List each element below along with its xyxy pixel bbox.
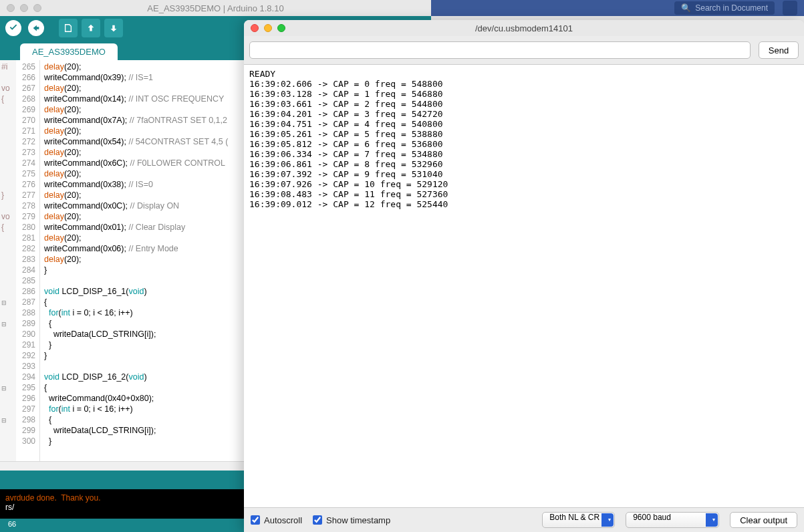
close-icon[interactable]: [251, 24, 259, 32]
timestamp-input[interactable]: [313, 515, 322, 525]
ide-title: AE_AS3935DEMO | Arduino 1.8.10: [147, 3, 283, 13]
zoom-icon[interactable]: [33, 4, 41, 12]
background-toolbar: 🔍 Search in Document: [431, 0, 804, 16]
file-tab[interactable]: AE_AS3935DEMO: [20, 43, 118, 60]
baud-select[interactable]: 9600 baud ▾: [626, 512, 719, 528]
chevron-down-icon: ▾: [608, 517, 611, 523]
new-button[interactable]: [59, 19, 78, 37]
close-icon[interactable]: [7, 4, 15, 12]
zoom-icon[interactable]: [277, 24, 285, 32]
autoscroll-input[interactable]: [251, 515, 260, 525]
serial-send-input[interactable]: [249, 41, 751, 59]
autoscroll-label: Autoscroll: [264, 515, 302, 525]
smiley-icon[interactable]: [783, 1, 797, 15]
fold-gutter: #ivo{}vo{⊟⊟⊟⊟: [0, 60, 16, 461]
clear-output-button[interactable]: Clear output: [730, 512, 797, 528]
upload-button[interactable]: [27, 19, 45, 37]
ide-titlebar: AE_AS3935DEMO | Arduino 1.8.10: [0, 0, 431, 16]
open-button[interactable]: [82, 19, 100, 37]
baud-value: 9600 baud: [633, 513, 671, 522]
console-line1: avrdude done. Thank you.: [5, 493, 101, 503]
serial-footer: Autoscroll Show timestamp Both NL & CR ▾…: [244, 508, 804, 532]
doc-search-placeholder: Search in Document: [695, 3, 768, 13]
timestamp-label: Show timestamp: [326, 515, 390, 525]
verify-button[interactable]: [4, 19, 23, 37]
minimize-icon[interactable]: [20, 4, 28, 12]
serial-output[interactable]: READY 16:39:02.606 -> CAP = 0 freq = 548…: [244, 64, 804, 508]
autoscroll-checkbox[interactable]: Autoscroll: [251, 515, 302, 525]
console-line2: rs/: [5, 503, 14, 512]
ide-traffic-lights[interactable]: [7, 4, 41, 12]
chevron-down-icon: ▾: [712, 517, 715, 523]
send-button[interactable]: Send: [759, 41, 799, 59]
serial-monitor-window: /dev/cu.usbmodem14101 Send READY 16:39:0…: [244, 20, 804, 532]
timestamp-checkbox[interactable]: Show timestamp: [313, 515, 390, 525]
serial-title: /dev/cu.usbmodem14101: [475, 23, 573, 33]
serial-input-row: Send: [244, 36, 804, 64]
line-ending-select[interactable]: Both NL & CR ▾: [542, 512, 615, 528]
serial-traffic-lights[interactable]: [251, 24, 285, 32]
line-ending-value: Both NL & CR: [549, 513, 599, 522]
doc-search-input[interactable]: 🔍 Search in Document: [674, 1, 775, 15]
minimize-icon[interactable]: [264, 24, 272, 32]
serial-titlebar: /dev/cu.usbmodem14101: [244, 20, 804, 36]
search-icon: 🔍: [681, 3, 691, 13]
save-button[interactable]: [104, 19, 123, 37]
cursor-line: 66: [8, 520, 16, 528]
line-number-gutter: 2652662672682692702712722732742752762772…: [16, 60, 40, 461]
